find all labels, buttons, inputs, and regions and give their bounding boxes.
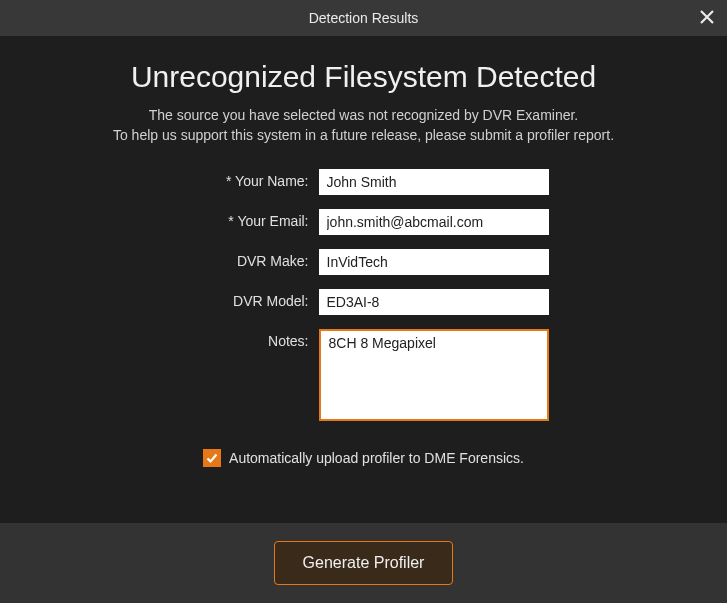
model-label: DVR Model:: [179, 289, 309, 309]
make-label: DVR Make:: [179, 249, 309, 269]
dvr-model-input[interactable]: [319, 289, 549, 315]
dvr-make-input[interactable]: [319, 249, 549, 275]
checkmark-icon: [205, 451, 219, 465]
close-icon: [700, 8, 714, 29]
page-subtext: The source you have selected was not rec…: [113, 106, 614, 145]
email-label: * Your Email:: [179, 209, 309, 229]
dialog-footer: Generate Profiler: [0, 523, 727, 603]
page-heading: Unrecognized Filesystem Detected: [131, 60, 596, 94]
subtext-line2: To help us support this system in a futu…: [113, 127, 614, 143]
auto-upload-checkbox[interactable]: Automatically upload profiler to DME For…: [203, 449, 524, 467]
window-title: Detection Results: [309, 10, 419, 26]
notes-textarea[interactable]: [319, 329, 549, 421]
titlebar: Detection Results: [0, 0, 727, 36]
profiler-form: * Your Name: * Your Email: DVR Make: DVR…: [179, 169, 549, 421]
checkbox-box: [203, 449, 221, 467]
subtext-line1: The source you have selected was not rec…: [149, 107, 579, 123]
email-input[interactable]: [319, 209, 549, 235]
name-label: * Your Name:: [179, 169, 309, 189]
dialog-content: Unrecognized Filesystem Detected The sou…: [0, 36, 727, 603]
generate-profiler-button[interactable]: Generate Profiler: [274, 541, 454, 585]
name-input[interactable]: [319, 169, 549, 195]
notes-label: Notes:: [179, 329, 309, 349]
close-button[interactable]: [697, 8, 717, 28]
checkbox-label: Automatically upload profiler to DME For…: [229, 450, 524, 466]
